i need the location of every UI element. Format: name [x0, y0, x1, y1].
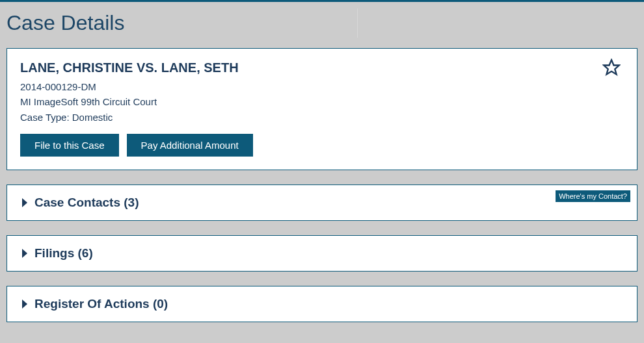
register-of-actions-section: Register Of Actions (0)	[7, 286, 637, 322]
filings-title: Filings (6)	[34, 246, 93, 260]
pay-additional-button[interactable]: Pay Additional Amount	[127, 134, 253, 157]
chevron-right-icon	[20, 298, 29, 310]
case-number: 2014-000129-DM	[20, 79, 624, 94]
svg-marker-3	[22, 299, 27, 309]
court-name: MI ImageSoft 99th Circuit Court	[20, 94, 624, 109]
chevron-right-icon	[20, 197, 29, 209]
register-of-actions-header[interactable]: Register Of Actions (0)	[20, 297, 624, 311]
case-contacts-header[interactable]: Case Contacts (3)	[20, 196, 624, 210]
case-summary-card: LANE, CHRISTINE VS. LANE, SETH 2014-0001…	[7, 48, 637, 170]
svg-marker-2	[22, 249, 27, 258]
case-contacts-title: Case Contacts (3)	[34, 196, 139, 210]
filings-section: Filings (6)	[7, 235, 637, 272]
case-type: Case Type: Domestic	[20, 110, 624, 125]
wheres-my-contact-link[interactable]: Where's my Contact?	[556, 190, 630, 202]
filings-header[interactable]: Filings (6)	[20, 246, 624, 260]
chevron-right-icon	[20, 248, 29, 259]
case-contacts-section: Where's my Contact? Case Contacts (3)	[7, 184, 637, 221]
case-title: LANE, CHRISTINE VS. LANE, SETH	[20, 60, 624, 75]
case-meta: 2014-000129-DM MI ImageSoft 99th Circuit…	[20, 79, 624, 125]
register-of-actions-title: Register Of Actions (0)	[34, 297, 168, 311]
action-button-row: File to this Case Pay Additional Amount	[20, 134, 624, 157]
page-title: Case Details	[7, 2, 637, 48]
page-container: Case Details LANE, CHRISTINE VS. LANE, S…	[0, 0, 644, 322]
file-to-case-button[interactable]: File to this Case	[20, 134, 119, 157]
title-divider	[357, 8, 358, 38]
favorite-star-icon[interactable]	[602, 58, 621, 77]
svg-marker-0	[604, 60, 619, 74]
svg-marker-1	[22, 198, 27, 207]
page-title-text: Case Details	[7, 11, 124, 34]
